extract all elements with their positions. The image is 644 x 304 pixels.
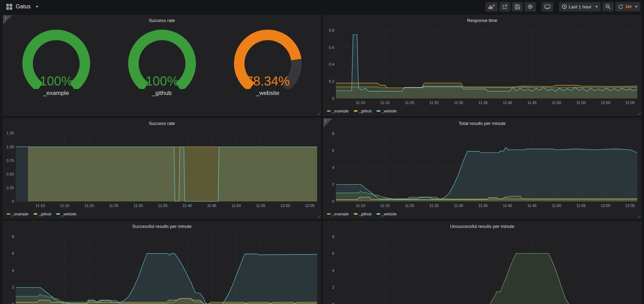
panel-title[interactable]: Successful results per minute [3, 221, 321, 231]
gauge-website: 78.34%_website [215, 27, 321, 97]
x-axis-tick-label: 11:50 [552, 203, 561, 208]
gauge-github: 100%_github [109, 27, 215, 97]
x-axis-tick-label: 11:30 [454, 203, 463, 208]
gauge-label: _website [256, 90, 279, 97]
add-panel-icon [488, 4, 495, 9]
series-area-website [16, 147, 317, 202]
monitor-icon [544, 4, 550, 9]
chart-response-time[interactable]: 11:1011:1511:2011:2511:3011:3511:4011:45… [323, 25, 641, 108]
legend-swatch [354, 213, 358, 215]
save-dashboard-button[interactable] [512, 2, 523, 12]
legend-swatch [354, 110, 358, 112]
y-axis-tick-label: 0 [332, 302, 334, 304]
panel-title[interactable]: Unsuccessful results per minute [323, 221, 641, 231]
legend-item-example[interactable]: _example [7, 212, 29, 216]
gauge-arc: 100% [14, 27, 98, 89]
series-area-website [16, 253, 317, 304]
x-axis-tick-label: 12:00 [601, 203, 610, 208]
chart-successful-results[interactable]: 11:1011:1511:2011:2511:3011:3511:4011:45… [3, 231, 321, 304]
time-range-picker[interactable]: Last 1 hour [559, 2, 601, 12]
legend-item-github[interactable]: _github [354, 212, 372, 216]
x-axis-tick-label: 11:45 [527, 101, 537, 105]
legend-item-website[interactable]: _website [376, 212, 397, 216]
share-icon [502, 4, 507, 9]
dashboard-grid-icon [6, 4, 12, 10]
x-axis-tick-label: 11:15 [60, 203, 69, 208]
legend-item-example[interactable]: _example [327, 109, 349, 113]
gauge-example: 100%_example [3, 27, 109, 97]
tv-mode-button[interactable] [542, 2, 553, 12]
y-axis-tick-label: 1.00 [7, 145, 14, 149]
x-axis-tick-label: 11:40 [503, 203, 512, 208]
y-axis-tick-label: 6 [332, 148, 334, 153]
x-axis-tick-label: 11:20 [85, 203, 94, 208]
dashboard-title: Gatus [16, 3, 31, 10]
y-axis-tick-label: 2 [332, 182, 334, 186]
y-axis-tick-label: 0.8 [329, 28, 334, 32]
chart-legend: _example_github_website [3, 211, 321, 216]
x-axis-tick-label: 11:10 [36, 203, 45, 208]
x-axis-tick-label: 11:30 [133, 203, 143, 208]
y-axis-tick-label: 8 [332, 235, 334, 239]
legend-item-website[interactable]: _website [376, 109, 397, 113]
panel-title[interactable]: Success rate [3, 118, 321, 128]
y-axis-tick-label: 0.25 [7, 186, 14, 190]
panel-info-corner-icon[interactable]: i [323, 118, 332, 127]
legend-swatch [56, 213, 60, 215]
time-range-label: Last 1 hour [569, 4, 592, 9]
panel-info-corner-icon[interactable]: i [3, 15, 12, 24]
chart-total-results[interactable]: 11:1011:1511:2011:2511:3011:3511:4011:45… [323, 128, 641, 211]
x-axis-tick-label: 11:50 [552, 101, 561, 105]
legend-swatch [327, 110, 331, 112]
y-axis-tick-label: 6 [332, 251, 334, 255]
y-axis-tick-label: 2 [332, 285, 334, 289]
dashboard-grid: i Success rate 100%_example100%_github78… [0, 13, 644, 304]
legend-item-example[interactable]: _example [327, 212, 349, 216]
gear-icon [527, 4, 533, 9]
gauge-arc: 100% [120, 27, 204, 89]
dashboard-settings-button[interactable] [525, 2, 536, 12]
legend-item-website[interactable]: _website [56, 212, 76, 216]
x-axis-tick-label: 11:50 [232, 203, 241, 208]
legend-swatch [34, 213, 37, 215]
chevron-down-icon [635, 6, 638, 8]
panel-resize-handle[interactable] [637, 215, 641, 218]
x-axis-tick-label: 11:15 [380, 101, 390, 105]
add-panel-button[interactable] [485, 2, 498, 12]
series-line-website [336, 35, 637, 91]
gauge-row: 100%_example100%_github78.34%_website [3, 25, 321, 97]
zoom-out-button[interactable] [602, 2, 614, 12]
x-axis-tick-label: 11:55 [576, 101, 586, 105]
y-axis-tick-label: 6 [12, 251, 14, 255]
panel-title[interactable]: Success rate [3, 15, 321, 25]
share-dashboard-button[interactable] [499, 2, 510, 12]
refresh-button[interactable]: 1m [615, 2, 641, 12]
chart-success-rate[interactable]: 11:1011:1511:2011:2511:3011:3511:4011:45… [3, 128, 321, 211]
panel-title[interactable]: Total results per minute [323, 118, 641, 128]
y-axis-tick-label: 4 [12, 268, 14, 273]
y-axis-tick-label: 0 [332, 96, 334, 101]
panel-resize-handle[interactable] [317, 112, 320, 115]
panel-successful-results: Successful results per minute 11:1011:15… [3, 221, 321, 304]
gauge-label: _example [43, 90, 69, 97]
legend-item-github[interactable]: _github [34, 212, 51, 216]
y-axis-tick-label: 0 [12, 302, 14, 304]
x-axis-tick-label: 11:35 [478, 101, 488, 105]
panel-resize-handle[interactable] [637, 112, 641, 115]
panel-resize-handle[interactable] [317, 215, 320, 218]
chart-unsuccessful-results[interactable]: 11:1011:1511:2011:2511:3011:3511:4011:45… [323, 231, 641, 304]
clock-icon [562, 4, 567, 9]
legend-swatch [376, 213, 380, 215]
panel-success-rate-timeseries: Success rate 11:1011:1511:2011:2511:3011… [3, 118, 321, 219]
refresh-icon [618, 4, 623, 9]
panel-total-results: i Total results per minute 11:1011:1511:… [323, 118, 641, 219]
y-axis-tick-label: 4 [332, 268, 334, 273]
x-axis-tick-label: 11:10 [356, 101, 365, 105]
x-axis-tick-label: 12:00 [601, 101, 610, 105]
x-axis-tick-label: 12:05 [305, 203, 315, 208]
legend-item-github[interactable]: _github [354, 109, 372, 113]
panel-title[interactable]: Response time [323, 15, 641, 25]
dashboard-picker[interactable]: Gatus [3, 3, 41, 10]
x-axis-tick-label: 11:55 [256, 203, 265, 208]
legend-swatch [7, 213, 10, 215]
